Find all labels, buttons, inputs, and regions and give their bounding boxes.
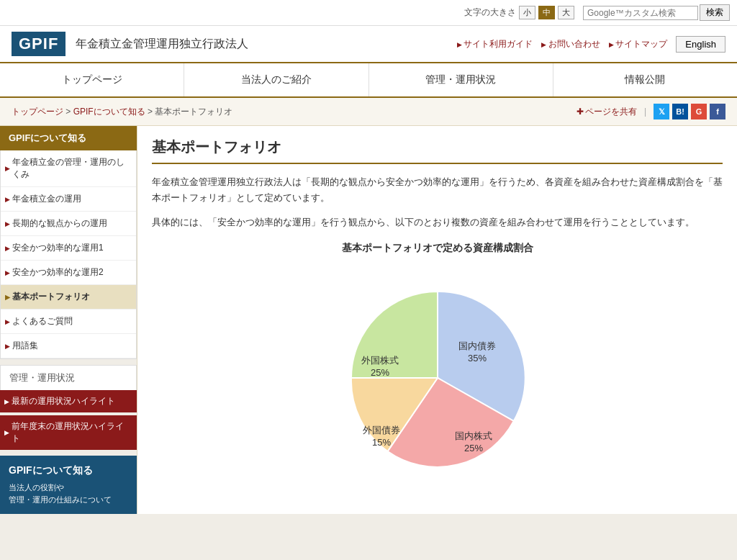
org-name: 年金積立金管理運用独立行政法人 [76, 37, 248, 52]
header: GPIF 年金積立金管理運用独立行政法人 サイト利用ガイド お問い合わせ サイト… [0, 26, 737, 63]
font-size-controls: 文字の大きさ 小 中 大 [464, 6, 574, 19]
sidebar-menu: 年金積立金の管理・運用のしくみ 年金積立金の運用 長期的な観点からの運用 安全か… [0, 150, 137, 359]
search-box: 検索 [583, 4, 730, 21]
chart-title: 基本ポートフォリオで定める資産構成割合 [152, 242, 723, 255]
site-guide-link[interactable]: サイト利用ガイド [457, 38, 533, 50]
pie-chart: 国内債券 35% 国内株式 25% 外国債券 15% 外国株式 25% [308, 266, 567, 482]
font-small-btn[interactable]: 小 [519, 6, 535, 19]
content-area: GPIFについて知る 年金積立金の管理・運用のしくみ 年金積立金の運用 長期的な… [0, 126, 737, 514]
sidebar: GPIFについて知る 年金積立金の管理・運用のしくみ 年金積立金の運用 長期的な… [0, 126, 137, 514]
contact-link[interactable]: お問い合わせ [541, 38, 600, 50]
nav-disclosure[interactable]: 情報公開 [553, 63, 737, 96]
breadcrumb-gpif[interactable]: GPIFについて知る [73, 107, 145, 117]
twitter-icon[interactable]: 𝕏 [654, 104, 669, 119]
svg-text:25%: 25% [370, 367, 389, 378]
sidebar-item-5[interactable]: 基本ポートフォリオ [1, 285, 136, 310]
sidebar-item-0[interactable]: 年金積立金の管理・運用のしくみ [1, 150, 136, 187]
nav-top[interactable]: トップページ [0, 63, 184, 96]
svg-text:15%: 15% [371, 437, 390, 448]
sidebar-promo[interactable]: GPIFについて知る 当法人の役割や管理・運用の仕組みについて [0, 456, 137, 514]
sidebar-highlight2[interactable]: 前年度末の運用状況ハイライト [0, 415, 137, 450]
header-links: サイト利用ガイド お問い合わせ サイトマップ English [457, 36, 725, 53]
font-mid-btn[interactable]: 中 [538, 6, 555, 19]
sitemap-link[interactable]: サイトマップ [609, 38, 668, 50]
logo[interactable]: GPIF [12, 32, 65, 56]
svg-text:25%: 25% [464, 443, 482, 453]
nav-management[interactable]: 管理・運用状況 [369, 63, 553, 96]
breadcrumb-bar: トップページ > GPIFについて知る > 基本ポートフォリオ ページを共有 |… [0, 98, 737, 126]
sidebar-item-7[interactable]: 用語集 [1, 334, 136, 358]
breadcrumb: トップページ > GPIFについて知る > 基本ポートフォリオ [12, 106, 232, 118]
blogger-icon[interactable]: B! [672, 104, 688, 119]
share-area: ページを共有 | 𝕏 B! G f [577, 104, 725, 119]
sidebar-item-1[interactable]: 年金積立金の運用 [1, 187, 136, 212]
svg-text:外国債券: 外国債券 [363, 425, 400, 435]
facebook-icon[interactable]: f [710, 104, 725, 119]
font-size-label: 文字の大きさ [464, 6, 516, 19]
nav-about[interactable]: 当法人のご紹介 [184, 63, 368, 96]
header-left: GPIF 年金積立金管理運用独立行政法人 [12, 32, 248, 56]
svg-text:外国株式: 外国株式 [361, 355, 399, 366]
english-button[interactable]: English [676, 36, 725, 53]
sidebar-promo-sub: 当法人の役割や管理・運用の仕組みについて [9, 482, 128, 505]
main-content: 基本ポートフォリオ 年金積立金管理運用独立行政法人は「長期的な観点から安全かつ効… [137, 126, 737, 514]
svg-text:国内株式: 国内株式 [455, 430, 492, 441]
sidebar-section2: 管理・運用状況 最新の運用状況ハイライト 前年度末の運用状況ハイライト [0, 365, 137, 450]
breadcrumb-current: 基本ポートフォリオ [155, 107, 232, 117]
svg-text:35%: 35% [467, 353, 486, 363]
sidebar-item-3[interactable]: 安全かつ効率的な運用1 [1, 236, 136, 261]
sidebar-item-2[interactable]: 長期的な観点からの運用 [1, 212, 136, 236]
sidebar-section1-title: GPIFについて知る [0, 126, 137, 150]
search-input[interactable] [583, 6, 698, 20]
chart-container: 国内債券 35% 国内株式 25% 外国債券 15% 外国株式 25% [152, 266, 723, 482]
sidebar-item-6[interactable]: よくあるご質問 [1, 310, 136, 334]
svg-text:国内債券: 国内債券 [458, 340, 496, 351]
search-button[interactable]: 検索 [700, 4, 730, 21]
page-title: 基本ポートフォリオ [152, 137, 723, 164]
content-para2: 具体的には、「安全かつ効率的な運用」を行う観点から、以下のとおり複数の資産を組み… [152, 214, 723, 230]
content-para1: 年金積立金管理運用独立行政法人は「長期的な観点から安全かつ効率的な運用」を行うた… [152, 174, 723, 206]
sidebar-item-4[interactable]: 安全かつ効率的な運用2 [1, 261, 136, 285]
font-large-btn[interactable]: 大 [558, 6, 574, 19]
social-icons: 𝕏 B! G f [654, 104, 725, 119]
main-nav: トップページ 当法人のご紹介 管理・運用状況 情報公開 [0, 63, 737, 98]
breadcrumb-top[interactable]: トップページ [12, 107, 63, 117]
share-button[interactable]: ページを共有 [577, 106, 637, 118]
sidebar-section2-title: 管理・運用状況 [0, 365, 137, 390]
sidebar-highlight1[interactable]: 最新の運用状況ハイライト [0, 390, 137, 412]
top-bar: 文字の大きさ 小 中 大 検索 [0, 0, 737, 26]
sidebar-promo-title: GPIFについて知る [9, 464, 128, 477]
chart-section: 基本ポートフォリオで定める資産構成割合 [152, 242, 723, 482]
google-plus-icon[interactable]: G [691, 104, 707, 119]
